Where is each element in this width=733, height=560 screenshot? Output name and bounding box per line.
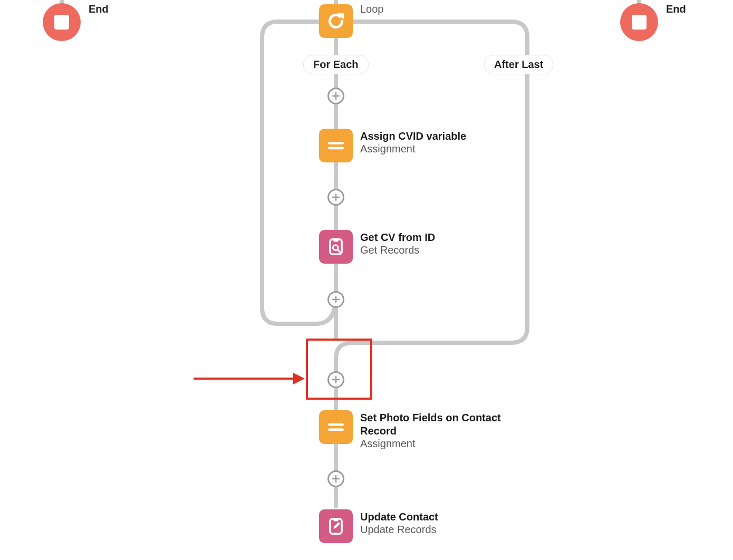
add-element-button[interactable] [327, 189, 344, 206]
annotation-highlight-rect [306, 339, 372, 400]
update-contact-element[interactable]: Update Contact Update Records [319, 509, 353, 543]
assign-cvid-title: Assign CVID variable [360, 130, 497, 143]
add-element-button[interactable] [327, 291, 344, 308]
flow-canvas[interactable]: End End Loop For Each After Last Assign … [0, 0, 733, 560]
loop-element[interactable]: Loop [319, 4, 353, 38]
assignment-icon [319, 129, 353, 162]
end-node-left[interactable] [43, 3, 81, 41]
get-records-icon [319, 230, 353, 264]
assign-cvid-element[interactable]: Assign CVID variable Assignment [319, 129, 353, 162]
loop-after-last-label: After Last [484, 55, 553, 74]
end-node-right[interactable] [620, 3, 658, 41]
add-element-button[interactable] [327, 88, 344, 104]
assign-cvid-subtitle: Assignment [360, 143, 497, 155]
annotation-arrow-head-icon [293, 373, 305, 384]
get-cv-subtitle: Get Records [360, 244, 497, 256]
annotation-arrow-line [194, 378, 294, 380]
update-contact-subtitle: Update Records [360, 524, 497, 536]
svg-rect-12 [333, 518, 339, 521]
add-element-button-highlighted[interactable] [327, 371, 344, 388]
connector-lines [0, 0, 733, 560]
loop-icon [319, 4, 353, 38]
loop-subtitle: Loop [360, 3, 497, 15]
add-element-button[interactable] [327, 470, 344, 487]
set-photo-title: Set Photo Fields on Contact Record [360, 411, 513, 438]
end-node-left-label: End [89, 3, 109, 15]
assignment-icon [319, 410, 353, 444]
svg-line-8 [337, 250, 340, 253]
get-cv-title: Get CV from ID [360, 231, 497, 244]
loop-for-each-label: For Each [303, 55, 369, 74]
get-cv-element[interactable]: Get CV from ID Get Records [319, 230, 353, 264]
stop-icon [620, 3, 658, 41]
stop-icon [43, 3, 81, 41]
set-photo-subtitle: Assignment [360, 438, 513, 450]
set-photo-fields-element[interactable]: Set Photo Fields on Contact Record Assig… [319, 410, 353, 444]
end-node-right-label: End [666, 3, 686, 15]
update-contact-title: Update Contact [360, 510, 497, 524]
update-records-icon [319, 509, 353, 543]
svg-rect-6 [333, 238, 339, 242]
